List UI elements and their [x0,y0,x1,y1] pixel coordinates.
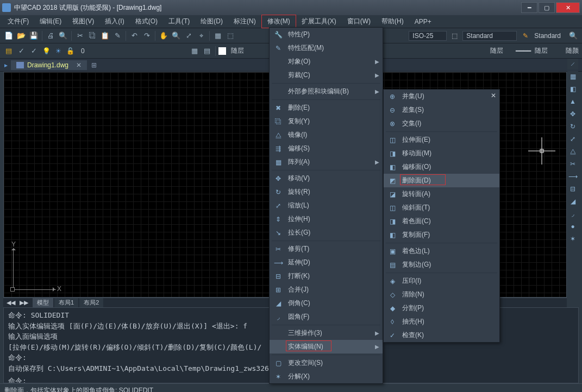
match-prop-icon[interactable]: ✎ [112,30,123,41]
menu-item[interactable]: ✎特性匹配(M) [270,41,383,55]
dimstyle-dropdown[interactable]: ISO-25 [409,31,447,41]
layout-scroll-left[interactable]: ◀◀ [7,299,15,306]
menu-item[interactable]: ⊕并集(U) [384,90,499,103]
new-icon[interactable]: 📄 [3,30,14,41]
save-icon[interactable]: 💾 [28,30,39,41]
menu-9[interactable]: 扩展工具(X) [296,15,342,28]
menu-item[interactable]: ✂修剪(T) [270,242,383,256]
undo-icon[interactable]: ↶ [129,30,140,41]
menu-item[interactable]: ◊抽壳(H) [384,315,499,328]
tool-r14[interactable]: ● [567,221,578,232]
print-icon[interactable]: 🖨 [45,30,56,41]
menu-3[interactable]: 插入(I) [99,15,129,28]
zoom-icon[interactable]: 🔍 [171,30,182,41]
tool-r9[interactable]: ✂ [567,159,578,169]
menu-item[interactable]: ⊖差集(S) [384,103,499,117]
menu-5[interactable]: 工具(T) [163,15,195,28]
menu-item[interactable]: ◢倒角(C) [270,296,383,310]
menu-2[interactable]: 视图(V) [67,15,99,28]
menu-item[interactable]: ⊟打断(K) [270,269,383,283]
block-icon[interactable]: ▦ [189,46,200,56]
menu-10[interactable]: 窗口(W) [342,15,376,28]
file-tab[interactable]: Drawing1.dwg ✕ [11,60,87,70]
pan-icon[interactable]: ✋ [158,30,169,41]
menu-item[interactable]: ◈压印(I) [384,274,499,288]
tool-r13[interactable]: ◞ [567,208,578,219]
layer-icon[interactable]: ▤ [3,46,14,56]
menu-item[interactable]: 实体编辑(N)▶ [270,340,383,353]
tool-r1[interactable]: ⟋ [567,59,578,69]
color-bylayer[interactable]: 随层 [231,46,244,55]
menu-item[interactable]: ⟶延伸(D) [270,256,383,269]
menu-item[interactable]: ⊞合并(J) [270,283,383,296]
layout-2[interactable]: 布局2 [79,298,103,307]
copy-icon[interactable]: ⿻ [87,30,98,41]
menu-item[interactable]: ⊗交集(I) [384,117,499,130]
tab-add-icon[interactable]: ⊞ [91,61,97,69]
tool-icon[interactable]: ⬚ [225,30,236,41]
menu-item[interactable]: ▤复制边(G) [384,258,499,271]
menu-item[interactable]: ◨移动面(M) [384,147,499,160]
menu-item[interactable]: ◫倾斜面(T) [384,201,499,214]
layer-state-icon[interactable]: ✓ [16,46,27,56]
menu-item[interactable]: 🔧特性(P) [270,28,383,41]
tab-close-icon[interactable]: ✕ [76,61,82,69]
menu-item[interactable]: ▢更改空间(S) [270,356,383,370]
lweight-bylayer[interactable]: 随层 [535,46,548,55]
menu-item[interactable]: ⤢缩放(L) [270,199,383,212]
menu-12[interactable]: APP+ [409,16,437,27]
menu-7[interactable]: 标注(N) [228,15,261,28]
tool-r8[interactable]: ⧋ [567,146,578,157]
menu-item[interactable]: ↻旋转(R) [270,185,383,199]
textstyle-dropdown[interactable]: Standard [462,31,517,41]
tool-r12[interactable]: ◢ [567,196,578,207]
ltype-bylayer[interactable]: 随层 [490,46,503,55]
menu-item[interactable]: ◪旋转面(A) [384,187,499,201]
menu-item[interactable]: ◩删除面(D) [384,174,499,187]
tool-r6[interactable]: ↻ [567,121,578,132]
menu-item[interactable]: ◧偏移面(O) [384,160,499,174]
search-icon[interactable]: 🔍 [568,30,579,41]
menu-item[interactable]: ✥移动(V) [270,172,383,185]
layer-0[interactable]: 0 [81,47,85,55]
menu-item[interactable]: ⇕拉伸(H) [270,212,383,226]
menu-item[interactable]: ◫拉伸面(E) [384,133,499,147]
tool-r3[interactable]: ◧ [567,84,578,94]
tool-r2[interactable]: ▦ [567,71,578,82]
suiyan-label[interactable]: 随颜 [566,46,579,55]
tool-r11[interactable]: ⊟ [567,184,578,194]
layer-iso-icon[interactable]: ✓ [28,46,39,56]
tool-r5[interactable]: ✥ [567,109,578,119]
tool-r10[interactable]: ⟶ [567,171,578,182]
minimize-button[interactable]: ━ [521,2,537,13]
close-button[interactable]: ✕ [556,2,580,13]
menu-4[interactable]: 格式(O) [130,15,163,28]
zoom-rt-icon[interactable]: ⤢ [183,30,194,41]
menu-item[interactable]: 外部参照和块编辑(B)▶ [270,85,383,98]
cut-icon[interactable]: ✂ [74,30,85,41]
menu-item[interactable]: ✓检查(K) [384,328,499,342]
menu-0[interactable]: 文件(F) [2,15,34,28]
menu-item[interactable]: ✶分解(X) [270,370,383,383]
layout-model[interactable]: 模型 [33,298,53,307]
menu-item[interactable]: ⇶偏移(S) [270,142,383,155]
menu-item[interactable]: ◨着色面(C) [384,214,499,228]
props-icon[interactable]: ▦ [212,30,223,41]
zoom-win-icon[interactable]: ⌖ [196,30,206,41]
tool-r15[interactable]: ✶ [567,233,578,244]
menu-6[interactable]: 绘图(D) [195,15,228,28]
menu-item[interactable]: 剪裁(C)▶ [270,68,383,82]
open-icon[interactable]: 📂 [16,30,27,41]
redo-icon[interactable]: ↷ [141,30,152,41]
menu-item[interactable]: ⿻复制(Y) [270,115,383,128]
block2-icon[interactable]: ▤ [202,46,212,56]
maximize-button[interactable]: ▢ [539,2,555,13]
menu-item[interactable]: ✖删除(E) [270,101,383,115]
menu-item[interactable]: ◇清除(N) [384,288,499,301]
menu-11[interactable]: 帮助(H) [376,15,409,28]
menu-item[interactable]: 对象(O)▶ [270,55,383,68]
menu-item[interactable]: ↘拉长(G) [270,226,383,239]
menu-item[interactable]: ◞圆角(F) [270,310,383,324]
menu-item[interactable]: ◆分割(P) [384,301,499,315]
menu-8[interactable]: 修改(M) [261,15,296,28]
